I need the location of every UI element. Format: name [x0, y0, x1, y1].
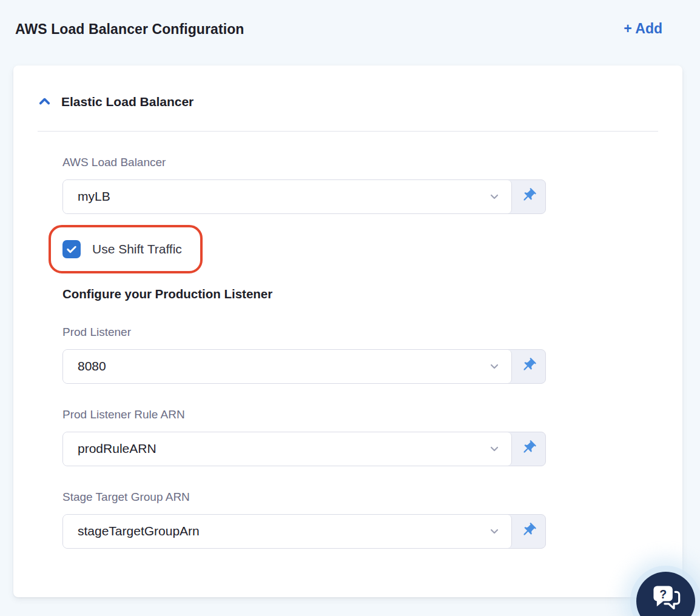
- aws-load-balancer-select[interactable]: myLB: [62, 179, 546, 214]
- header-bar: AWS Load Balancer Configuration + Add: [0, 0, 700, 38]
- chevron-up-icon[interactable]: [38, 95, 52, 109]
- stage-target-group-arn-input[interactable]: stageTargetGroupArn: [63, 515, 512, 548]
- field-label: Stage Target Group ARN: [62, 490, 546, 504]
- prod-listener-rule-arn-input[interactable]: prodRuleARN: [63, 432, 512, 466]
- config-card: Elastic Load Balancer AWS Load Balancer …: [13, 65, 682, 597]
- add-button[interactable]: + Add: [624, 21, 662, 38]
- chevron-down-icon[interactable]: [488, 360, 500, 372]
- svg-text:?: ?: [659, 588, 667, 601]
- use-shift-traffic-checkbox[interactable]: Use Shift Traffic: [62, 240, 182, 258]
- pin-button[interactable]: [512, 432, 545, 466]
- divider: [38, 131, 658, 132]
- section-content: AWS Load Balancer myLB: [62, 156, 546, 549]
- pushpin-icon: [520, 357, 537, 375]
- pin-button[interactable]: [512, 180, 545, 213]
- selected-value: stageTargetGroupArn: [78, 524, 200, 538]
- pin-button[interactable]: [512, 515, 545, 548]
- page-title: AWS Load Balancer Configuration: [15, 21, 244, 38]
- page: AWS Load Balancer Configuration + Add El…: [0, 0, 700, 616]
- stage-target-group-arn-select[interactable]: stageTargetGroupArn: [62, 514, 546, 549]
- field-label: Prod Listener: [62, 326, 546, 339]
- prod-listener-input[interactable]: 8080: [63, 350, 512, 383]
- chat-question-icon: ?: [650, 581, 682, 615]
- selected-value: 8080: [78, 359, 106, 373]
- field-label: AWS Load Balancer: [62, 156, 546, 169]
- aws-load-balancer-input[interactable]: myLB: [63, 180, 512, 213]
- prod-listener-select[interactable]: 8080: [62, 349, 546, 384]
- selected-value: prodRuleARN: [78, 441, 156, 456]
- section-title: Elastic Load Balancer: [61, 95, 194, 109]
- pushpin-icon: [520, 440, 537, 458]
- prod-listener-rule-arn-select[interactable]: prodRuleARN: [62, 432, 546, 466]
- chevron-down-icon[interactable]: [488, 525, 500, 537]
- pushpin-icon: [520, 187, 537, 206]
- checkbox-checked-icon[interactable]: [62, 240, 81, 258]
- chevron-down-icon[interactable]: [488, 190, 500, 203]
- selected-value: myLB: [78, 189, 110, 204]
- field-label: Prod Listener Rule ARN: [62, 408, 546, 421]
- pin-button[interactable]: [512, 350, 545, 383]
- pushpin-icon: [520, 522, 537, 540]
- checkbox-label: Use Shift Traffic: [92, 242, 182, 256]
- chevron-down-icon[interactable]: [488, 443, 500, 455]
- section-header-elastic-load-balancer[interactable]: Elastic Load Balancer: [38, 95, 194, 109]
- field-prod-listener-rule-arn: Prod Listener Rule ARN prodRuleARN: [62, 408, 546, 466]
- field-prod-listener: Prod Listener 8080: [62, 326, 546, 384]
- field-aws-load-balancer: AWS Load Balancer myLB: [62, 156, 546, 214]
- field-stage-target-group-arn: Stage Target Group ARN stageTargetGroupA…: [62, 490, 546, 549]
- production-listener-subheading: Configure your Production Listener: [62, 287, 546, 301]
- annotation-highlight-red: Use Shift Traffic: [49, 225, 203, 273]
